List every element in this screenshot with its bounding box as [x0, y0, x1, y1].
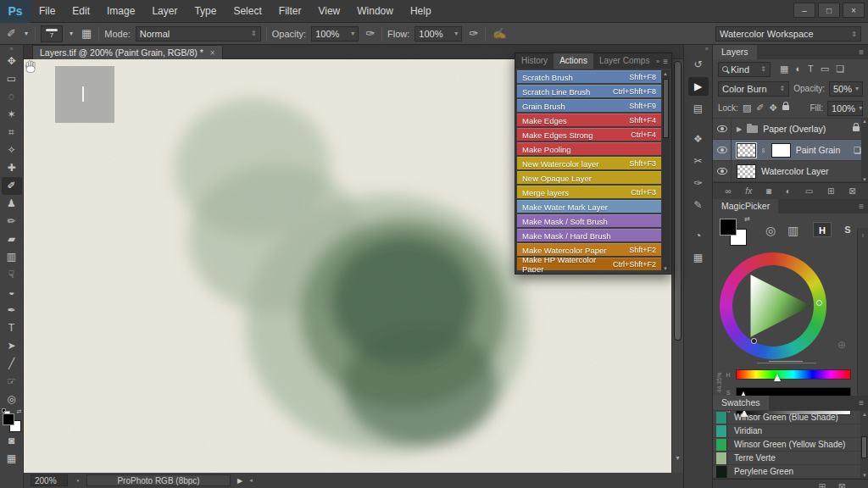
hue-slider[interactable]	[736, 369, 851, 380]
mask-link-icon[interactable]: ∞	[760, 147, 767, 152]
layers-scrollbar[interactable]: ▲ ▼	[861, 119, 868, 182]
swatch-color-chip[interactable]	[716, 425, 727, 437]
blend-mode-select[interactable]: Normal ⇕	[136, 26, 261, 42]
eyedropper-tool[interactable]: ✧	[2, 141, 22, 159]
pen-tool[interactable]: ✒	[2, 302, 22, 319]
brush-tool[interactable]: ✐	[2, 177, 22, 195]
group-expand-icon[interactable]: ▶	[737, 125, 742, 133]
tablet-opacity-icon[interactable]: ✑	[364, 27, 376, 40]
menu-item[interactable]: Help	[402, 0, 440, 23]
gradient-tool[interactable]: ▥	[2, 248, 22, 266]
visibility-eye-icon[interactable]	[717, 147, 727, 153]
picker-fg-bg-colors[interactable]: ⇄	[720, 219, 748, 247]
scroll-down-icon[interactable]: ▼	[663, 266, 668, 271]
action-item[interactable]: Grain Brush Shft+F9	[517, 99, 661, 112]
layer-filter-kind-select[interactable]: Kind ⇕	[718, 62, 771, 77]
visibility-eye-icon[interactable]	[717, 125, 727, 132]
brush-presets-panel-icon[interactable]: ✑	[688, 174, 709, 192]
zoom-level-field[interactable]: 200%	[31, 474, 68, 486]
quick-mask-button[interactable]: ◙	[2, 432, 22, 450]
picker-settings-icon[interactable]: ⊕	[837, 339, 846, 351]
add-mask-icon[interactable]: ◙	[766, 186, 771, 196]
hand-tool[interactable]: ☞	[2, 373, 22, 391]
swatch-color-chip[interactable]	[716, 466, 727, 478]
line-tool[interactable]: ╱	[2, 355, 22, 373]
scroll-down-icon[interactable]: ▼	[862, 177, 867, 182]
healing-brush-tool[interactable]: ✚	[2, 159, 22, 177]
layer-mask-thumbnail[interactable]	[771, 143, 791, 158]
lasso-tool[interactable]: ◌	[2, 88, 22, 106]
menu-item[interactable]: Window	[348, 0, 402, 23]
brush-preview-dropdown-icon[interactable]: ▾	[23, 30, 30, 37]
hue-ring-marker[interactable]	[816, 300, 822, 306]
panel-menu-icon[interactable]: ≡	[859, 202, 868, 211]
brush-size-dropdown-icon[interactable]: ▾	[68, 30, 75, 37]
brush-preview-icon[interactable]: ✐	[5, 27, 18, 40]
zoom-tool[interactable]: ◎	[2, 391, 22, 408]
airbrush-icon[interactable]: ✑	[467, 27, 480, 40]
history-brush-tool[interactable]: ✏	[2, 213, 22, 230]
canvas-vscrollbar[interactable]: ▼	[671, 59, 683, 473]
panel-tab[interactable]: History	[515, 53, 554, 69]
menu-item[interactable]: Layer	[143, 0, 186, 23]
new-swatch-icon[interactable]: ⊞	[819, 481, 826, 488]
layers-panel-tab[interactable]: Layers	[713, 45, 757, 59]
maximize-icon[interactable]: □	[818, 3, 840, 18]
screen-mode-button[interactable]: ▦	[2, 450, 22, 468]
action-item[interactable]: Make Edges Strong Ctrl+F4	[517, 128, 661, 141]
action-item[interactable]: Make Mask / Hard Brush	[517, 229, 661, 241]
swatch-item[interactable]: Viridian	[713, 424, 868, 438]
smudge-tool[interactable]: ☟	[2, 266, 22, 284]
layer-thumbnail[interactable]	[737, 164, 756, 179]
action-item[interactable]: Merge layers Ctrl+F3	[517, 186, 661, 198]
filter-adjustment-icon[interactable]: ◐	[795, 64, 801, 75]
type-tool[interactable]: T	[2, 319, 22, 337]
swatch-color-chip[interactable]	[716, 439, 727, 451]
panel-menu-icon[interactable]: ≡	[859, 47, 868, 57]
saturation-mode-button[interactable]: S	[838, 222, 857, 237]
filter-pixel-icon[interactable]: ▦	[780, 64, 788, 75]
menu-item[interactable]: Type	[186, 0, 225, 23]
foreground-color-swatch[interactable]	[3, 413, 14, 425]
panel-tab[interactable]: Layer Comps	[593, 53, 655, 69]
tab-close-icon[interactable]: ×	[210, 48, 215, 58]
hue-mode-button[interactable]: H	[813, 222, 832, 237]
panel-menu-icon[interactable]: ≡	[663, 57, 668, 66]
lock-position-icon[interactable]: ✥	[770, 103, 777, 114]
swatches-scrollbar[interactable]: ▲ ▼	[860, 411, 868, 479]
actions-panel-icon[interactable]: ▶	[688, 77, 709, 96]
actions-scrollbar[interactable]: ▲ ▼	[662, 70, 670, 272]
swap-colors-icon[interactable]: ⇄	[744, 215, 750, 223]
scroll-thumb[interactable]	[663, 79, 669, 138]
menu-item[interactable]: Edit	[64, 0, 98, 23]
lock-all-icon[interactable]	[782, 105, 789, 110]
action-item[interactable]: New Watercolor layer Shft+F3	[517, 157, 661, 169]
triangle-marker[interactable]	[751, 338, 757, 344]
document-tab[interactable]: Layers.tif @ 200% (Paint Grain, RGB/8) *…	[32, 45, 223, 59]
history-panel-icon[interactable]: ↺	[688, 55, 709, 74]
toolbar-collapse-icon[interactable]: »	[0, 45, 23, 53]
opacity-select[interactable]: 100% ▾	[311, 26, 359, 42]
swatch-color-chip[interactable]	[716, 452, 727, 464]
scroll-up-icon[interactable]: ▲	[862, 119, 867, 124]
marquee-tool[interactable]: ▭	[2, 70, 22, 88]
crop-tool[interactable]: ⌗	[2, 124, 22, 141]
action-item[interactable]: Scratch Brush Shft+F8	[517, 70, 661, 83]
swatch-item[interactable]: Winsor Green (Blue Shade)	[713, 411, 868, 424]
brushes-panel-icon[interactable]: ✎	[688, 196, 709, 214]
action-item[interactable]: Make HP Watercolor Paper Ctrl+Shft+F2	[517, 258, 661, 270]
hue-wheel[interactable]	[720, 252, 826, 359]
status-flyout-icon[interactable]: ▶	[237, 477, 242, 485]
color-wheel-mode-icon[interactable]: ◎	[765, 224, 776, 237]
scroll-thumb[interactable]	[861, 436, 867, 458]
move-tool[interactable]: ✥	[2, 53, 22, 70]
new-group-icon[interactable]: ▭	[805, 186, 813, 196]
picker-side-strip[interactable]: ‖	[857, 228, 868, 396]
swatch-item[interactable]: Terre Verte	[713, 452, 868, 465]
layer-style-icon[interactable]: fx	[745, 186, 752, 196]
styles-panel-icon[interactable]: ❖	[688, 130, 709, 148]
toggle-brush-panel-icon[interactable]: ▦	[80, 27, 93, 40]
visibility-eye-icon[interactable]	[717, 168, 727, 175]
tool-presets-panel-icon[interactable]: ✂	[688, 152, 709, 170]
close-icon[interactable]: ×	[843, 3, 865, 18]
